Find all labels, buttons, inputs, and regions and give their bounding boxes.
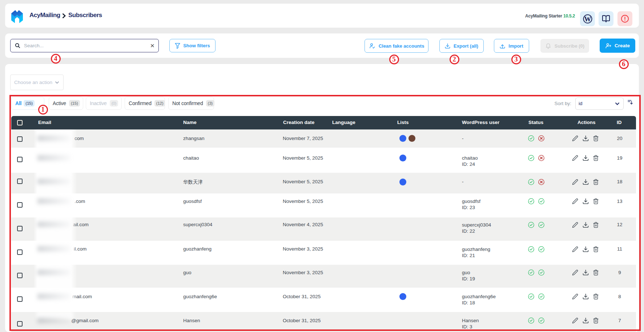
svg-text:W: W: [584, 15, 591, 23]
